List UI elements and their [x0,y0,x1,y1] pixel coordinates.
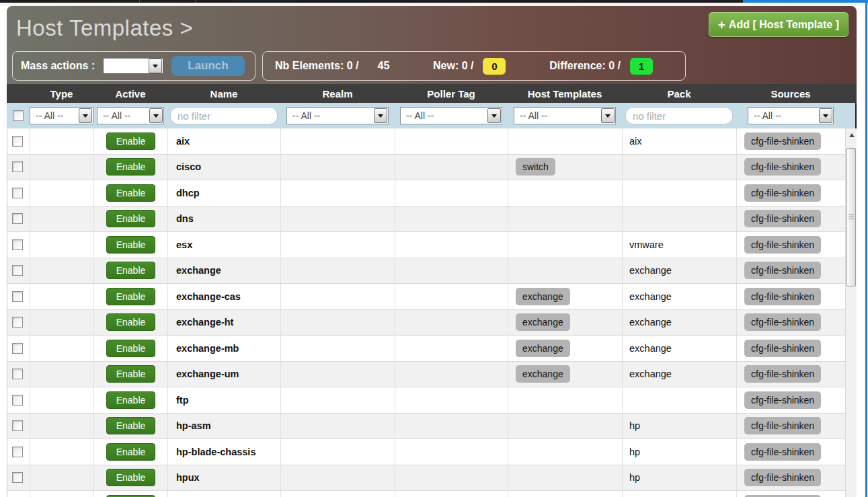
source-badge: cfg-file-shinken [744,340,821,357]
active-filter-value: -- All -- [97,110,149,121]
enable-button[interactable]: Enable [106,132,156,150]
row-checkbox[interactable] [12,317,23,328]
source-badge: cfg-file-shinken [744,262,821,279]
difference-counter: Difference: 0 / 1 [549,58,653,75]
poller-tag-filter-value: -- All -- [401,110,487,121]
column-header-type[interactable]: Type [30,88,93,100]
row-checkbox[interactable] [12,291,23,302]
cell-type [30,387,94,413]
cell-name: hpux [168,465,281,491]
cell-pack: aix [623,128,737,154]
page-title: Host Templates > [16,15,193,41]
row-checkbox[interactable] [12,420,23,431]
pack-filter-input[interactable] [625,107,733,124]
table-row: Enable exchange-mb exchange exchange cfg… [7,336,845,362]
table-row: Enable ftp cfg-file-shinken [7,387,845,414]
cell-realm [281,336,395,361]
enable-button[interactable]: Enable [106,340,156,357]
table-row: Enable exchange exchange cfg-file-shinke… [7,258,845,284]
cell-poller-tag [395,387,508,413]
column-header-sources[interactable]: Sources [736,88,845,100]
column-header-pack[interactable]: Pack [622,88,736,100]
realm-filter-value: -- All -- [287,110,373,121]
sources-filter-value: -- All -- [748,110,818,121]
table-row: Enable dhcp cfg-file-shinken [7,180,845,206]
add-host-template-button[interactable]: + Add [ Host Template ] [709,12,849,37]
cell-pack: hp [623,439,737,465]
row-checkbox[interactable] [12,213,23,224]
mass-actions-select[interactable] [103,58,163,74]
type-filter-select[interactable]: -- All -- [30,107,93,124]
cell-type [30,310,94,336]
cell-type [30,362,94,387]
cell-pack [623,155,737,180]
enable-button[interactable]: Enable [106,313,156,331]
table-row: Enable hp-blade-chassis hp cfg-file-shin… [7,439,845,465]
cell-pack: hp [623,465,737,491]
difference-badge: 1 [630,58,653,75]
column-header-poller-tag[interactable]: Poller Tag [395,88,508,100]
row-checkbox[interactable] [12,161,23,172]
enable-button[interactable]: Enable [106,288,156,305]
row-checkbox[interactable] [12,188,23,198]
nb-elements-total: 45 [377,60,389,72]
chevron-down-icon[interactable] [79,108,92,123]
cell-type [30,206,94,232]
column-header-name[interactable]: Name [167,88,280,100]
cell-realm [281,491,395,497]
chevron-down-icon[interactable] [149,59,162,73]
nb-elements-counter: Nb Elements: 0 / 45 [275,60,389,72]
cell-poller-tag [395,284,508,309]
chevron-down-icon[interactable] [374,108,387,123]
mass-actions-label: Mass actions : [21,60,95,72]
cell-name: esx [168,232,281,258]
chevron-down-icon[interactable] [149,108,163,123]
row-checkbox[interactable] [12,343,23,354]
vertical-scrollbar[interactable] [845,128,857,497]
row-checkbox[interactable] [12,369,23,379]
launch-button[interactable]: Launch [171,56,244,76]
source-badge: cfg-file-shinken [744,236,821,254]
cell-poller-tag [395,128,508,154]
row-checkbox[interactable] [12,447,23,457]
column-header-host-templates[interactable]: Host Templates [508,88,622,100]
chevron-down-icon[interactable] [487,108,501,123]
enable-button[interactable]: Enable [106,210,156,227]
scrollbar-thumb[interactable] [846,148,856,286]
source-badge: cfg-file-shinken [744,469,821,486]
name-filter-input[interactable] [170,107,278,124]
row-checkbox[interactable] [12,472,23,483]
row-checkbox[interactable] [12,136,23,147]
enable-button[interactable]: Enable [106,158,156,176]
sources-filter-select[interactable]: -- All -- [748,107,834,124]
cell-pack [623,206,737,232]
enable-button[interactable]: Enable [106,391,156,409]
active-filter-select[interactable]: -- All -- [97,107,164,124]
cell-name: exchange [168,258,281,284]
row-checkbox[interactable] [12,265,23,276]
source-badge: cfg-file-shinken [744,158,821,176]
cell-name: hp-asm [168,414,281,439]
enable-button[interactable]: Enable [106,469,156,486]
column-header-active[interactable]: Active [93,88,167,100]
enable-button[interactable]: Enable [106,236,156,254]
cell-realm [281,284,395,309]
cell-realm [281,465,395,491]
select-all-checkbox[interactable] [13,110,24,121]
poller-tag-filter-select[interactable]: -- All -- [400,107,502,124]
scroll-up-icon[interactable] [846,130,857,141]
row-checkbox[interactable] [12,239,23,250]
host-templates-filter-select[interactable]: -- All -- [514,107,616,124]
enable-button[interactable]: Enable [106,184,156,202]
scrollbar-grip-icon [849,215,854,221]
enable-button[interactable]: Enable [106,443,156,461]
column-header-realm[interactable]: Realm [280,88,395,100]
row-checkbox[interactable] [12,395,23,406]
chevron-down-icon[interactable] [601,108,615,123]
chevron-down-icon[interactable] [819,108,832,123]
realm-filter-select[interactable]: -- All -- [286,107,389,124]
enable-button[interactable]: Enable [106,417,156,434]
enable-button[interactable]: Enable [106,365,156,383]
cell-type [30,180,94,206]
enable-button[interactable]: Enable [106,262,156,279]
